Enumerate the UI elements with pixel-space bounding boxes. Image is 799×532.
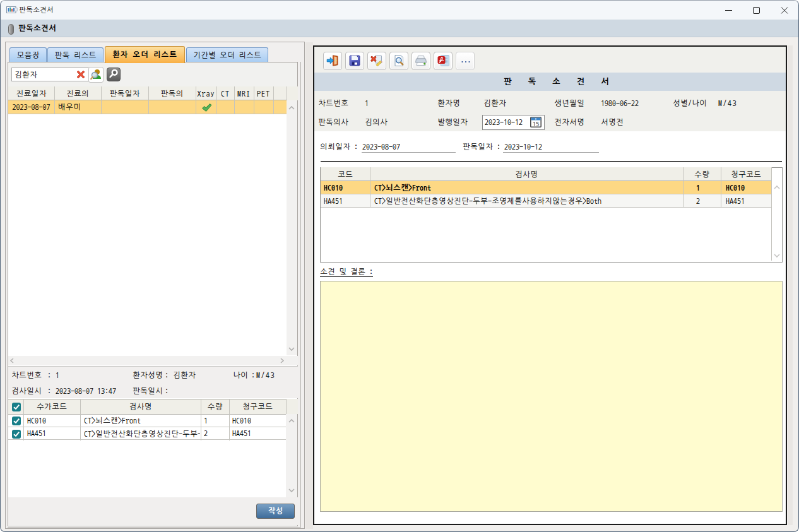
svg-text:15: 15: [533, 121, 540, 127]
